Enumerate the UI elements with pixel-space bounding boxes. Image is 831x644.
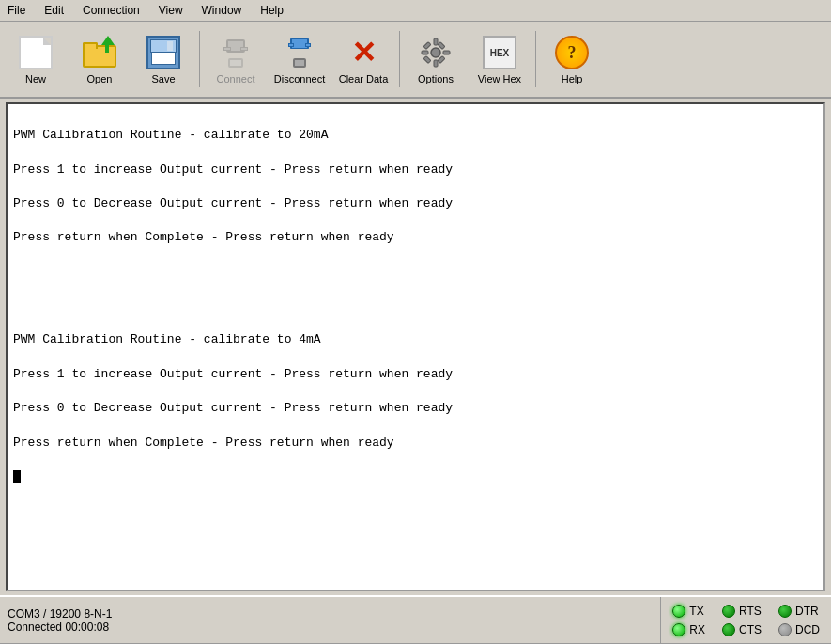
terminal-line-1: Press 1 to increase Output current - Pre… xyxy=(13,162,453,176)
help-icon: ? xyxy=(553,34,591,71)
rts-indicator: RTS xyxy=(722,605,762,618)
cleardata-icon: ✕ xyxy=(345,34,382,71)
menu-bar: File Edit Connection View Window Help xyxy=(0,0,831,22)
svg-rect-8 xyxy=(438,56,445,64)
tx-rx-group: TX RX xyxy=(672,605,705,636)
terminal-line-0: PWM Calibration Routine - calibrate to 2… xyxy=(13,128,328,142)
dcd-indicator: DCD xyxy=(778,623,820,636)
rx-led xyxy=(672,623,685,636)
tx-led xyxy=(672,605,685,618)
menu-file[interactable]: File xyxy=(4,2,29,19)
rts-cts-group: RTS CTS xyxy=(722,605,762,636)
terminal-line-6: PWM Calibration Routine - calibrate to 4… xyxy=(13,332,321,346)
terminal-line-7: Press 1 to increase Output current - Pre… xyxy=(13,367,453,381)
help-button[interactable]: ? Help xyxy=(542,25,602,93)
terminal-line-9: Press return when Complete - Press retur… xyxy=(13,436,394,450)
rts-label: RTS xyxy=(739,605,762,618)
save-button[interactable]: Save xyxy=(133,25,193,93)
tx-label: TX xyxy=(689,605,703,618)
tx-indicator: TX xyxy=(672,605,705,618)
dtr-label: DTR xyxy=(795,605,819,618)
rx-label: RX xyxy=(689,623,705,636)
svg-rect-6 xyxy=(423,56,431,64)
toolbar-separator-2 xyxy=(399,31,400,87)
viewhex-icon: HEX xyxy=(481,34,518,71)
menu-window[interactable]: Window xyxy=(198,2,246,19)
terminal-line-3: Press return when Complete - Press retur… xyxy=(13,230,394,244)
svg-point-0 xyxy=(431,48,440,57)
svg-rect-4 xyxy=(443,51,450,54)
terminal-line-8: Press 0 to Decrease Output current - Pre… xyxy=(13,401,453,415)
options-button[interactable]: Options xyxy=(406,25,466,93)
dtr-indicator: DTR xyxy=(778,605,820,618)
disconnect-button[interactable]: Disconnect xyxy=(269,25,330,93)
dcd-label: DCD xyxy=(795,623,820,636)
svg-rect-3 xyxy=(422,51,428,54)
disconnect-icon xyxy=(281,34,318,71)
status-port: COM3 / 19200 8-N-1 xyxy=(8,607,653,621)
svg-rect-1 xyxy=(434,38,438,45)
toolbar: New Open Save xyxy=(0,22,831,99)
connect-icon xyxy=(217,34,254,71)
save-icon xyxy=(145,34,182,71)
toolbar-separator-1 xyxy=(199,31,200,87)
status-bar: COM3 / 19200 8-N-1 Connected 00:00:08 TX… xyxy=(0,595,831,644)
cleardata-button[interactable]: ✕ Clear Data xyxy=(333,25,393,93)
new-icon xyxy=(17,34,54,71)
cts-indicator: CTS xyxy=(722,623,762,636)
menu-edit[interactable]: Edit xyxy=(40,2,68,19)
status-indicators: TX RX RTS CTS DTR xyxy=(661,597,831,643)
status-connection-info: COM3 / 19200 8-N-1 Connected 00:00:08 xyxy=(0,597,661,643)
dtr-dcd-group: DTR DCD xyxy=(778,605,820,636)
cts-label: CTS xyxy=(739,623,762,636)
terminal-line-2: Press 0 to Decrease Output current - Pre… xyxy=(13,196,453,210)
status-connected: Connected 00:00:08 xyxy=(8,621,653,634)
rx-indicator: RX xyxy=(672,623,705,636)
viewhex-button[interactable]: HEX View Hex xyxy=(469,25,530,93)
terminal-cursor xyxy=(13,470,21,483)
menu-view[interactable]: View xyxy=(155,2,187,19)
menu-help[interactable]: Help xyxy=(256,2,287,19)
svg-rect-5 xyxy=(423,42,431,50)
menu-connection[interactable]: Connection xyxy=(79,2,144,19)
cts-led xyxy=(722,623,735,636)
toolbar-separator-3 xyxy=(535,31,536,87)
options-icon xyxy=(417,34,454,71)
svg-rect-7 xyxy=(438,42,445,50)
connect-button[interactable]: Connect xyxy=(206,25,266,93)
open-icon xyxy=(81,34,118,71)
open-button[interactable]: Open xyxy=(69,25,130,93)
rts-led xyxy=(722,605,735,618)
terminal-output[interactable]: PWM Calibration Routine - calibrate to 2… xyxy=(6,102,825,591)
dtr-led xyxy=(778,605,792,618)
dcd-led xyxy=(778,623,792,636)
svg-rect-2 xyxy=(434,60,438,67)
new-button[interactable]: New xyxy=(6,25,66,93)
